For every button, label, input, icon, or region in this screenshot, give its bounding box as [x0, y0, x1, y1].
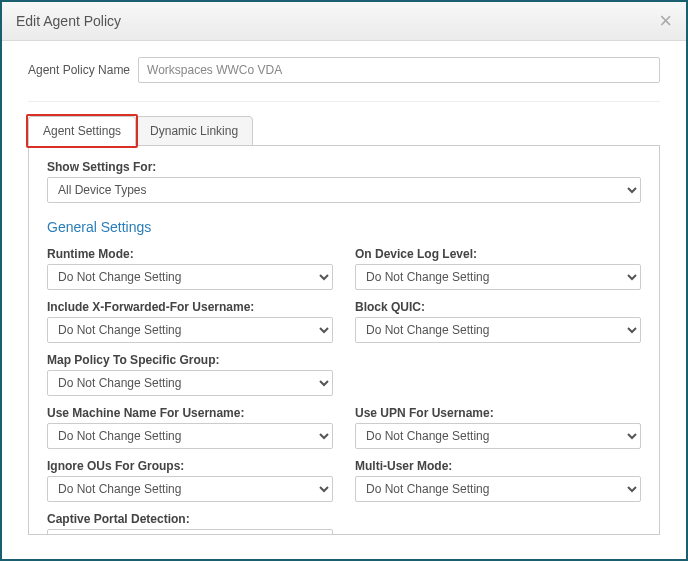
use-upn-label: Use UPN For Username: — [355, 406, 641, 420]
modal-title: Edit Agent Policy — [16, 13, 121, 29]
tab-label: Agent Settings — [43, 124, 121, 138]
tab-dynamic-linking[interactable]: Dynamic Linking — [135, 116, 253, 146]
use-upn-select[interactable]: Do Not Change Setting — [355, 423, 641, 449]
include-xff-select[interactable]: Do Not Change Setting — [47, 317, 333, 343]
captive-portal-label: Captive Portal Detection: — [47, 512, 333, 526]
ignore-ous-label: Ignore OUs For Groups: — [47, 459, 333, 473]
section-heading: General Settings — [47, 219, 641, 235]
policy-name-label: Agent Policy Name — [28, 63, 130, 77]
use-machine-name-label: Use Machine Name For Username: — [47, 406, 333, 420]
show-settings-select[interactable]: All Device Types — [47, 177, 641, 203]
policy-name-input[interactable] — [138, 57, 660, 83]
tabs: Agent Settings Dynamic Linking — [28, 116, 660, 146]
show-settings-label: Show Settings For: — [47, 160, 641, 174]
tab-agent-settings[interactable]: Agent Settings — [28, 116, 136, 146]
map-policy-group-label: Map Policy To Specific Group: — [47, 353, 333, 367]
runtime-mode-label: Runtime Mode: — [47, 247, 333, 261]
ignore-ous-select[interactable]: Do Not Change Setting — [47, 476, 333, 502]
tab-panel: Show Settings For: All Device Types Gene… — [28, 145, 660, 535]
use-machine-name-select[interactable]: Do Not Change Setting — [47, 423, 333, 449]
multi-user-select[interactable]: Do Not Change Setting — [355, 476, 641, 502]
divider — [28, 101, 660, 102]
include-xff-label: Include X-Forwarded-For Username: — [47, 300, 333, 314]
on-device-log-select[interactable]: Do Not Change Setting — [355, 264, 641, 290]
captive-portal-select[interactable]: Do Not Change Setting — [47, 529, 333, 535]
on-device-log-label: On Device Log Level: — [355, 247, 641, 261]
multi-user-label: Multi-User Mode: — [355, 459, 641, 473]
close-button[interactable]: × — [659, 10, 672, 32]
close-icon: × — [659, 8, 672, 33]
runtime-mode-select[interactable]: Do Not Change Setting — [47, 264, 333, 290]
block-quic-select[interactable]: Do Not Change Setting — [355, 317, 641, 343]
tab-label: Dynamic Linking — [150, 124, 238, 138]
block-quic-label: Block QUIC: — [355, 300, 641, 314]
map-policy-group-select[interactable]: Do Not Change Setting — [47, 370, 333, 396]
